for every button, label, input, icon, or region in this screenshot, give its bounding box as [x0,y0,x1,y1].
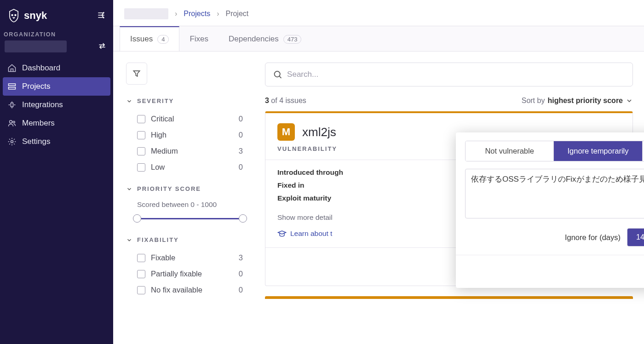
filter-option-label: High [151,131,167,139]
chevron-down-icon [626,97,633,104]
filter-option-count: 3 [239,253,243,262]
filter-group-title: PRIORITY SCORE [137,185,201,192]
priority-range-text: Scored between 0 - 1000 [126,199,243,214]
ignore-reason-textarea[interactable] [465,169,644,218]
sidebar-item-members[interactable]: Members [0,114,113,132]
svg-point-0 [12,14,13,16]
sort-value: highest priority score [547,97,623,105]
filter-severity-low[interactable]: Low0 [126,159,243,175]
search-input-wrapper[interactable] [265,63,633,86]
filter-group-title: SEVERITY [137,97,174,104]
checkbox[interactable] [137,270,145,278]
checkbox[interactable] [137,286,145,294]
sidebar-item-label: Integrations [22,100,63,109]
org-section-label: ORGANIZATION [0,31,113,40]
sidebar-item-projects[interactable]: Projects [3,77,110,96]
seg-not-vulnerable[interactable]: Not vulnerable [466,141,553,161]
ignore-for-label: Ignore for (days) [565,233,621,242]
checkbox[interactable] [137,254,145,262]
org-selector[interactable] [5,40,67,52]
sidebar-item-dashboard[interactable]: Dashboard [0,59,113,77]
learn-link-text: Learn about t [290,229,332,238]
filter-option-label: Partially fixable [151,269,202,278]
sidebar-item-label: Dashboard [22,63,60,73]
breadcrumb-org-placeholder[interactable] [124,8,168,19]
filter-group-fixability-header[interactable]: FIXABILITY [126,236,243,243]
sidebar: snyk ORGANIZATION Dashboard Projects Int [0,0,113,344]
filters-panel: SEVERITY Critical0 High0 Medium3 Low0 PR… [113,63,254,344]
filter-option-count: 0 [239,115,243,123]
filter-option-label: No fix available [151,286,202,294]
svg-point-7 [275,71,280,77]
priority-score-slider[interactable] [137,214,243,224]
issue-exploit-label: Exploit maturity [277,194,331,202]
sidebar-item-label: Projects [22,82,50,91]
filter-option-count: 0 [239,163,243,172]
sidebar-item-settings[interactable]: Settings [0,132,113,151]
slider-handle-max[interactable] [239,214,247,223]
filter-option-label: Critical [151,115,174,123]
checkbox[interactable] [137,131,145,139]
filter-severity-critical[interactable]: Critical0 [126,111,243,127]
svg-point-4 [10,120,12,123]
svg-point-5 [13,121,15,123]
tab-issues[interactable]: Issues 4 [120,26,179,51]
filter-severity-medium[interactable]: Medium3 [126,143,243,159]
issue-introduced-label: Introduced through [277,168,343,176]
sidebar-item-label: Members [22,119,55,128]
sort-prefix: Sort by [522,97,545,105]
tab-label: Issues [130,34,153,44]
issue-title[interactable]: xml2js [302,125,336,139]
svg-point-6 [11,141,13,143]
breadcrumb-separator: › [175,10,177,18]
seg-ignore-permanently[interactable]: Ignore permanently [642,141,644,161]
filter-severity-high[interactable]: High0 [126,127,243,143]
filter-fixability-nofix[interactable]: No fix available0 [126,282,243,298]
breadcrumb-current: Project [225,10,248,18]
next-issue-card-peek [265,296,633,299]
tab-label: Fixes [190,34,208,44]
filter-group-title: FIXABILITY [137,236,179,243]
tab-count: 4 [157,35,169,44]
sort-by-selector[interactable]: Sort by highest priority score [522,97,633,105]
sidebar-item-integrations[interactable]: Integrations [0,96,113,114]
seg-ignore-temporarily[interactable]: Ignore temporarily [553,141,642,161]
ignore-reason-segmented: Not vulnerable Ignore temporarily Ignore… [465,141,644,161]
filter-option-count: 0 [239,269,243,278]
svg-rect-3 [9,87,16,89]
filter-option-count: 0 [239,131,243,139]
tab-count: 473 [283,35,302,44]
tab-label: Dependencies [229,34,279,44]
slider-handle-min[interactable] [133,214,141,223]
sidebar-collapse-icon[interactable] [97,11,106,21]
filter-toggle-button[interactable] [126,63,147,85]
checkbox[interactable] [137,163,145,172]
svg-rect-2 [9,84,16,86]
checkbox[interactable] [137,115,145,123]
issue-count-text: 3 of 4 issues [265,97,306,105]
sidebar-item-label: Settings [22,137,50,146]
org-switch-icon[interactable] [98,41,107,52]
tabs-bar: Issues 4 Fixes Dependencies 473 [113,26,644,52]
filter-fixability-fixable[interactable]: Fixable3 [126,250,243,266]
ignore-popover: Not vulnerable Ignore temporarily Ignore… [456,132,644,288]
search-icon [273,69,282,80]
tab-dependencies[interactable]: Dependencies 473 [218,26,311,51]
day-option-14[interactable]: 14 [627,229,644,246]
brand-logo[interactable]: snyk [7,8,47,23]
breadcrumb: › Projects › Project [113,0,644,26]
ignore-days-segmented: 14 30 60 90 [627,228,644,247]
filter-fixability-partial[interactable]: Partially fixable0 [126,266,243,282]
filter-option-count: 0 [239,286,243,294]
filter-option-count: 3 [239,147,243,155]
filter-group-severity-header[interactable]: SEVERITY [126,97,243,104]
filter-option-label: Low [151,163,165,172]
search-input[interactable] [287,70,625,79]
tab-fixes[interactable]: Fixes [179,26,218,51]
breadcrumb-separator: › [217,10,219,18]
graduation-cap-icon [277,229,287,238]
breadcrumb-projects-link[interactable]: Projects [184,10,210,18]
issue-fixed-label: Fixed in [277,181,305,189]
checkbox[interactable] [137,147,145,155]
filter-group-priority-header[interactable]: PRIORITY SCORE [126,185,243,192]
